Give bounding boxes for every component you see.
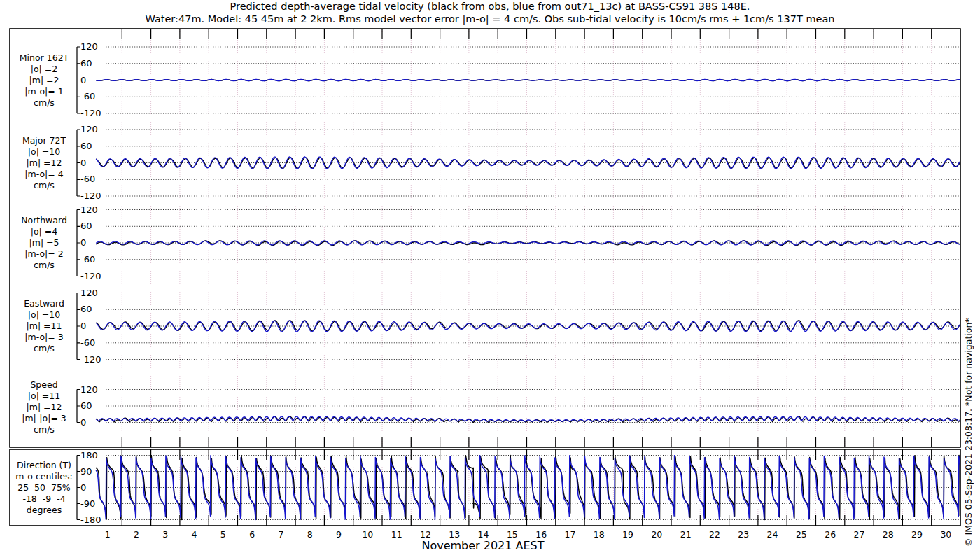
panel-label-line: -18 -9 -4 (10, 493, 78, 505)
x-tick-label: 3 (151, 530, 179, 540)
y-tick-label: 120 (80, 41, 98, 52)
y-tick-label: 0 (80, 158, 86, 169)
panel-label-line: |m| =12 (10, 158, 78, 169)
panel-label-line: |o| =10 (10, 146, 78, 158)
x-tick-label: 7 (267, 530, 295, 540)
x-tick-label: 11 (383, 530, 411, 540)
y-tick-label: 0 (80, 482, 86, 493)
panel-label-line: |m|-|o|= 3 (10, 413, 78, 424)
panel-label-line: |o| =2 (10, 64, 78, 75)
panel-label-line: |m| =5 (10, 237, 78, 248)
x-tick-label: 18 (585, 530, 613, 540)
y-tick-label: 120 (80, 204, 98, 216)
panel-label-line: |m| =2 (10, 75, 78, 86)
panel-label-line: |m| =11 (10, 321, 78, 332)
x-tick-label: 10 (354, 530, 382, 540)
y-tick-label: -120 (80, 271, 102, 282)
x-tick-label: 24 (759, 530, 787, 540)
y-tick-label: 90 (80, 466, 92, 477)
y-tick-label: 120 (80, 124, 98, 135)
x-tick-label: 8 (296, 530, 324, 540)
x-tick-label: 17 (556, 530, 584, 540)
x-tick-label: 15 (498, 530, 526, 540)
panel-label-line: cm/s (10, 180, 78, 191)
panel-label-line: |m-o|= 1 (10, 86, 78, 97)
y-tick-label: 60 (80, 400, 92, 412)
x-tick-label: 29 (903, 530, 931, 540)
chart-title-line1: Predicted depth-average tidal velocity (… (0, 1, 980, 13)
panel-label-line: Speed (10, 379, 78, 391)
panel-label-line: |o| =11 (10, 391, 78, 402)
x-tick-label: 28 (874, 530, 902, 540)
velocity-panels-frame (10, 29, 960, 447)
panel-label-line: degrees (10, 505, 78, 516)
x-tick-label: 20 (643, 530, 671, 540)
x-tick-label: 4 (181, 530, 209, 540)
y-tick-label: 0 (80, 237, 86, 248)
panel-label-line: Northward (10, 215, 78, 226)
y-tick-label: -120 (80, 108, 102, 119)
y-tick-label: -180 (80, 514, 102, 526)
panel-label-line: Major 72T (10, 135, 78, 146)
y-tick-label: -60 (80, 254, 95, 265)
y-tick-label: 180 (80, 450, 98, 461)
x-tick-label: 22 (701, 530, 729, 540)
copyright-watermark: © IMOS 05-Sep-2021 23:08:17. *Not for na… (964, 318, 974, 547)
y-tick-label: 60 (80, 220, 92, 232)
x-tick-label: 2 (122, 530, 150, 540)
panel-label-line: |m| =12 (10, 402, 78, 413)
x-tick-label: 14 (470, 530, 498, 540)
y-tick-label: 60 (80, 304, 92, 315)
x-tick-label: 12 (412, 530, 440, 540)
tidal-velocity-figure: Predicted depth-average tidal velocity (… (0, 0, 980, 560)
y-tick-label: -60 (80, 91, 95, 102)
y-tick-label: 60 (80, 58, 92, 69)
x-tick-label: 1 (94, 530, 122, 540)
panel-label-line: |o| =10 (10, 309, 78, 321)
x-tick-label: 30 (932, 530, 960, 540)
y-tick-label: 120 (80, 288, 98, 299)
y-tick-label: -120 (80, 190, 102, 202)
panel-label-line: |m-o|= 4 (10, 169, 78, 180)
y-tick-label: 0 (80, 417, 86, 428)
x-tick-label: 13 (440, 530, 468, 540)
y-tick-label: 0 (80, 321, 86, 332)
panel-label-line: |m-o|= 3 (10, 332, 78, 343)
plot-canvas (0, 0, 980, 560)
chart-title-line2: Water:47m. Model: 45 45m at 2 2km. Rms m… (0, 13, 980, 25)
x-tick-label: 25 (788, 530, 816, 540)
y-tick-label: 60 (80, 141, 92, 152)
x-tick-label: 16 (527, 530, 555, 540)
y-tick-label: -60 (80, 337, 95, 349)
x-tick-label: 6 (238, 530, 266, 540)
panel-label-line: |o| =4 (10, 226, 78, 237)
x-tick-label: 26 (816, 530, 844, 540)
y-tick-label: -90 (80, 498, 95, 510)
x-tick-label: 5 (209, 530, 237, 540)
panel-label-line: cm/s (10, 260, 78, 271)
panel-label-line: |m-o|= 2 (10, 248, 78, 260)
y-tick-label: -60 (80, 174, 95, 185)
panel-label-line: Minor 162T (10, 52, 78, 64)
y-tick-label: 120 (80, 384, 98, 396)
y-tick-label: -120 (80, 354, 102, 365)
y-tick-label: 0 (80, 75, 86, 86)
model-series-panel-6 (96, 456, 960, 520)
x-tick-label: 9 (325, 530, 353, 540)
x-tick-label: 21 (672, 530, 700, 540)
panel-label-line: cm/s (10, 343, 78, 354)
panel-label-line: Eastward (10, 298, 78, 309)
panel-label-line: cm/s (10, 424, 78, 435)
x-tick-label: 19 (614, 530, 642, 540)
x-tick-label: 27 (845, 530, 873, 540)
panel-label-line: 25 50 75% (10, 482, 78, 493)
x-axis-title: November 2021 AEST (343, 539, 623, 552)
panel-label-line: cm/s (10, 97, 78, 108)
panel-label-line: m-o centiles: (10, 471, 78, 482)
x-tick-label: 23 (729, 530, 757, 540)
panel-label-line: Direction (T) (10, 460, 78, 471)
